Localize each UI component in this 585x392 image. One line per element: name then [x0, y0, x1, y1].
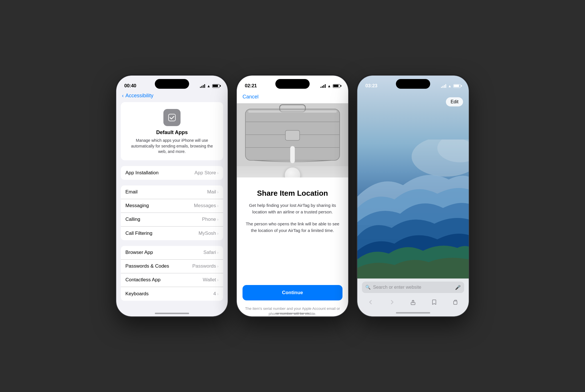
airtag-tag: [285, 167, 300, 177]
back-arrow-icon[interactable]: ‹: [122, 93, 124, 99]
row-label-messaging: Messaging: [125, 203, 149, 209]
default-apps-card: Default Apps Manage which apps your iPho…: [121, 102, 223, 160]
row-value-calling: Phone ›: [202, 217, 219, 222]
share-note-bottom: The item's serial number and your Apple …: [237, 306, 348, 316]
share-desc2: The person who opens the link will be ab…: [244, 221, 341, 234]
safari-bottom-bar: 🔍 Search or enter website 🎤: [357, 278, 469, 316]
settings-row-calling[interactable]: Calling Phone ›: [121, 213, 223, 227]
row-label-passwords: Passwords & Codes: [125, 263, 169, 269]
row-value-email: Mail ›: [207, 189, 219, 195]
phone-settings: 00:40 ▲ ‹ Accessibility: [116, 76, 228, 316]
phone-share-location: 02:21 ▲ Cancel: [237, 76, 348, 316]
chevron-icon: ›: [217, 171, 219, 175]
row-value-passwords: Passwords ›: [192, 263, 219, 269]
default-apps-icon: [163, 109, 181, 126]
search-placeholder: Search or enter website: [373, 285, 453, 290]
row-label-calling: Calling: [125, 217, 140, 222]
status-time: 03:23: [365, 83, 377, 89]
chevron-icon: ›: [217, 231, 219, 236]
svg-point-10: [412, 140, 469, 177]
svg-rect-13: [454, 301, 457, 304]
row-value-keyboards: 4 ›: [213, 291, 219, 297]
forward-button[interactable]: [386, 296, 398, 308]
wifi-icon: ▲: [207, 84, 211, 88]
settings-group-app-installation: App Installation App Store ›: [121, 166, 223, 180]
mountain-wallpaper: [357, 140, 469, 282]
settings-row-email[interactable]: Email Mail ›: [121, 185, 223, 199]
row-value-browser-app: Safari ›: [203, 250, 219, 255]
home-indicator: [275, 313, 310, 314]
svg-rect-7: [285, 130, 300, 140]
battery-icon: [212, 84, 220, 88]
tabs-button[interactable]: [449, 296, 462, 308]
signal-icon: [200, 84, 205, 88]
cancel-button[interactable]: Cancel: [243, 94, 259, 100]
settings-group-communication: Email Mail › Messaging Messages › Callin…: [121, 185, 223, 240]
settings-row-messaging[interactable]: Messaging Messages ›: [121, 199, 223, 213]
row-label-keyboards: Keyboards: [125, 291, 149, 297]
default-apps-desc: Manage which apps your iPhone will use a…: [127, 138, 217, 155]
chevron-icon: ›: [217, 264, 219, 268]
settings-row-keyboards[interactable]: Keyboards 4 ›: [121, 287, 223, 301]
safari-toolbar: [357, 295, 469, 311]
share-desc1: Get help finding your lost AirTag by sha…: [244, 202, 341, 215]
settings-content: Default Apps Manage which apps your iPho…: [116, 102, 228, 314]
share-title: Share Item Location: [244, 189, 341, 198]
share-body: Share Item Location Get help finding you…: [237, 177, 348, 299]
battery-icon: [453, 84, 461, 88]
chevron-icon: ›: [217, 190, 219, 194]
settings-row-app-installation[interactable]: App Installation App Store ›: [121, 166, 223, 180]
row-label-app-installation: App Installation: [125, 170, 159, 176]
bookmarks-button[interactable]: [428, 296, 440, 308]
search-bar-container: 🔍 Search or enter website 🎤: [357, 279, 469, 295]
signal-icon: [441, 84, 446, 88]
home-indicator: [396, 312, 430, 314]
default-apps-title: Default Apps: [127, 130, 217, 136]
row-label-call-filtering: Call Filtering: [125, 231, 152, 236]
back-label[interactable]: Accessibility: [125, 93, 153, 99]
status-icons: ▲: [320, 84, 340, 88]
status-time: 00:40: [124, 83, 136, 89]
airtag-image: [237, 103, 348, 177]
wifi-icon: ▲: [448, 84, 452, 88]
settings-row-browser-app[interactable]: Browser App Safari ›: [121, 246, 223, 260]
dynamic-island: [275, 79, 310, 89]
share-header: Cancel: [237, 92, 348, 103]
continue-button[interactable]: Continue: [243, 285, 342, 300]
row-value-messaging: Messages ›: [194, 203, 219, 209]
share-button[interactable]: [407, 296, 419, 308]
chevron-icon: ›: [217, 292, 219, 296]
row-label-contactless: Contactless App: [125, 277, 161, 283]
settings-row-call-filtering[interactable]: Call Filtering MySosh ›: [121, 227, 223, 240]
chevron-icon: ›: [217, 217, 219, 222]
settings-nav[interactable]: ‹ Accessibility: [116, 92, 228, 102]
chevron-icon: ›: [217, 203, 219, 208]
row-value-contactless: Wallet ›: [203, 277, 219, 283]
chevron-icon: ›: [217, 250, 219, 255]
dynamic-island: [155, 79, 189, 89]
home-indicator: [155, 313, 189, 314]
svg-point-11: [437, 140, 469, 162]
microphone-icon[interactable]: 🎤: [455, 285, 461, 290]
settings-row-contactless[interactable]: Contactless App Wallet ›: [121, 273, 223, 287]
settings-group-browser: Browser App Safari › Passwords & Codes P…: [121, 246, 223, 301]
row-label-browser-app: Browser App: [125, 250, 153, 255]
status-icons: ▲: [200, 84, 220, 88]
status-time: 02:21: [245, 83, 257, 89]
signal-icon: [320, 84, 326, 88]
svg-rect-0: [169, 114, 175, 121]
dynamic-island: [396, 79, 430, 89]
airtag-circle: [285, 167, 300, 177]
battery-icon: [333, 84, 340, 88]
edit-button[interactable]: Edit: [446, 97, 463, 106]
settings-row-passwords[interactable]: Passwords & Codes Passwords ›: [121, 260, 223, 273]
chevron-icon: ›: [217, 278, 219, 282]
back-button[interactable]: [364, 296, 377, 308]
search-bar[interactable]: 🔍 Search or enter website 🎤: [362, 282, 464, 293]
svg-rect-8: [248, 110, 337, 113]
search-icon: 🔍: [365, 285, 371, 290]
svg-rect-9: [290, 146, 295, 163]
row-label-email: Email: [125, 189, 138, 195]
row-value-call-filtering: MySosh ›: [199, 231, 219, 236]
wifi-icon: ▲: [327, 84, 331, 88]
